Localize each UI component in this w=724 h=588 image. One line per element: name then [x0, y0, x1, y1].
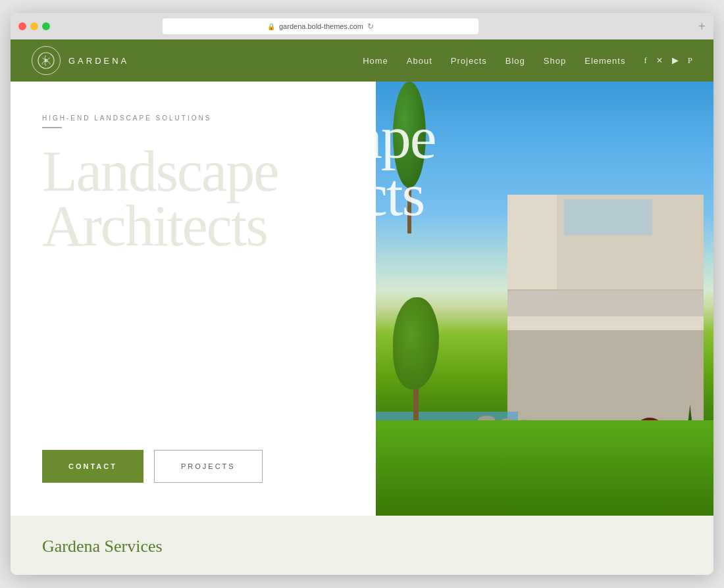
logo-area[interactable]: GARDENA — [32, 46, 129, 75]
hero-right: Landscape Architects — [376, 82, 713, 516]
nav-links: Home About Projects Blog Shop Elements — [363, 55, 625, 66]
tree-canopy — [393, 297, 439, 389]
address-bar[interactable]: 🔒 gardena.bold-themes.com ↻ — [163, 18, 478, 34]
hero-subtitle-line — [42, 127, 62, 128]
new-tab-button[interactable]: + — [698, 20, 706, 33]
minimize-button[interactable] — [30, 22, 38, 30]
nav-elements[interactable]: Elements — [584, 56, 625, 66]
big-tree — [390, 297, 442, 429]
house-body — [507, 195, 703, 420]
nav-blog[interactable]: Blog — [505, 56, 525, 66]
navbar: GARDENA Home About Projects Blog Shop El… — [11, 39, 713, 82]
hero-image — [376, 82, 713, 516]
reload-icon[interactable]: ↻ — [367, 22, 374, 31]
services-title: Gardena Services — [42, 537, 682, 556]
nav-projects[interactable]: Projects — [451, 56, 487, 66]
pinterest-icon[interactable]: P — [688, 55, 692, 66]
scenic-house — [507, 195, 703, 420]
maximize-button[interactable] — [42, 22, 50, 30]
grass-foreground — [376, 420, 713, 516]
projects-button[interactable]: PROJECTS — [154, 450, 263, 483]
browser-window: 🔒 gardena.bold-themes.com ↻ + GARDENA — [11, 13, 713, 575]
browser-chrome: 🔒 gardena.bold-themes.com ↻ + — [11, 13, 713, 39]
sky-tree — [393, 82, 426, 233]
house-balcony — [507, 289, 703, 316]
sky-tree-canopy — [393, 82, 426, 188]
twitter-icon[interactable]: ✕ — [656, 56, 663, 66]
logo-icon — [37, 51, 55, 70]
url-text: gardena.bold-themes.com — [279, 22, 363, 30]
logo-circle — [32, 46, 61, 75]
hero-title: Landscape Architects — [42, 144, 344, 254]
traffic-lights — [18, 22, 50, 30]
brand-name: GARDENA — [68, 56, 129, 66]
services-section: Gardena Services — [11, 516, 713, 575]
house-window — [564, 199, 652, 235]
lock-icon: 🔒 — [267, 23, 275, 30]
nav-shop[interactable]: Shop — [544, 56, 566, 66]
close-button[interactable] — [18, 22, 26, 30]
hero-title-line1: Landscape — [42, 144, 344, 199]
contact-button[interactable]: CONTACT — [42, 450, 143, 483]
hero-title-line2: Architects — [42, 199, 344, 254]
facebook-icon[interactable]: f — [644, 55, 646, 66]
hero-section: HIGH-END LANDSCAPE SOLUTIONS Landscape A… — [11, 82, 713, 516]
website-content: GARDENA Home About Projects Blog Shop El… — [11, 39, 713, 575]
hero-left: HIGH-END LANDSCAPE SOLUTIONS Landscape A… — [11, 82, 376, 516]
social-icons: f ✕ ▶ P — [644, 55, 692, 66]
hero-buttons: CONTACT PROJECTS — [42, 424, 344, 483]
nav-about[interactable]: About — [407, 56, 432, 66]
house-ground — [507, 330, 703, 420]
youtube-icon[interactable]: ▶ — [672, 55, 679, 66]
hero-subtitle: HIGH-END LANDSCAPE SOLUTIONS — [42, 114, 344, 122]
nav-home[interactable]: Home — [363, 56, 388, 66]
house-upper — [557, 195, 704, 296]
